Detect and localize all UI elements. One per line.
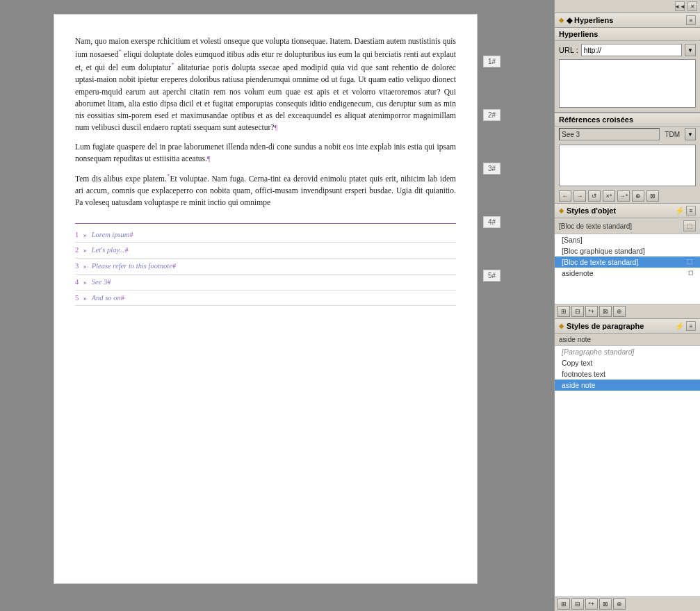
obj-styles-title: Styles d'objet [567, 206, 616, 215]
url-label: URL : [559, 46, 578, 54]
url-row: URL : ▼ [555, 41, 700, 59]
footnote-line-2: 2 » Let's play...# [75, 243, 456, 259]
cross-ref-input-row: TDM ▼ [555, 127, 700, 142]
footnote-marker-1[interactable]: * [118, 48, 122, 55]
obj-styles-title-group: ◆ Styles d'objet [559, 206, 616, 215]
panel-menu-button[interactable]: ✕ [687, 1, 697, 11]
para-styles-del-btn[interactable]: ⊠ [599, 598, 612, 610]
cross-ref-tdm-label: TDM [662, 131, 682, 138]
para-styles-menu-btn[interactable]: ≡ [686, 321, 696, 331]
footnote-marker-3[interactable]: * [167, 172, 170, 179]
para-styles-new-btn[interactable]: ⊞ [557, 598, 570, 610]
footnote-marker-2[interactable]: * [171, 61, 174, 68]
para-styles-lightning-icon: ⚡ [675, 322, 685, 331]
hyperlinks-section-title: Hyperliens [559, 30, 598, 38]
paragraph-2: Lum fugiate quaspere del in prae laborum… [75, 141, 456, 165]
line-number-3: 3# [483, 163, 500, 174]
footnote-num-5: 5 [75, 294, 79, 302]
main-area: Nam, quo maion exerspe rchicitium et vol… [0, 0, 554, 611]
url-input[interactable] [581, 44, 682, 56]
cross-ref-header: Références croisées [555, 113, 700, 127]
panel-top-controls: ◄◄ ✕ [555, 0, 700, 13]
obj-styles-menu-btn[interactable]: ≡ [686, 206, 696, 215]
obj-styles-diamond-icon: ◆ [559, 207, 564, 214]
hyperlinks-panel-title-group: ◆ ◆ Hyperliens [559, 16, 613, 25]
hyperlinks-section-title-bar: Hyperliens [555, 28, 700, 41]
para-styles-breadcrumb: aside note [555, 334, 700, 346]
footnote-text-4: See 3 [92, 278, 107, 286]
obj-style-icon-aside: ◻ [688, 269, 693, 276]
obj-styles-toolbar: ⊞ ⊟ *+ ⊠ ⊕ [555, 304, 700, 318]
obj-style-item-sans[interactable]: [Sans] [555, 234, 700, 245]
footnote-num-3: 3 [75, 262, 79, 270]
footnote-hash-5: # [121, 294, 124, 302]
hyperlinks-panel-header: ◆ ◆ Hyperliens ≡ [555, 13, 700, 28]
para-style-item-footnotes[interactable]: footnotes text [555, 368, 700, 380]
para-styles-dup-btn[interactable]: ⊟ [571, 598, 584, 610]
para-styles-more-btn[interactable]: ⊕ [613, 598, 626, 610]
hyperlinks-panel-title: ◆ Hyperliens [567, 16, 613, 25]
footnote-arrow-3: » [83, 262, 89, 270]
para-styles-panel: ◆ Styles de paragraphe ⚡ ≡ aside note [P… [555, 319, 700, 611]
hyperlinks-panel: ◆ ◆ Hyperliens ≡ Hyperliens URL : ▼ [555, 13, 700, 113]
obj-styles-dup-btn[interactable]: ⊟ [571, 306, 584, 317]
footnote-line-1: 1 » Lorem ipsum# [75, 227, 456, 243]
cross-ref-dropdown-button[interactable]: ▼ [685, 128, 696, 140]
cross-ref-plus-button[interactable]: ⊕ [632, 190, 644, 202]
cross-ref-forward-button[interactable]: → [573, 190, 586, 202]
para-style-item-standard[interactable]: [Paragraphe standard] [555, 346, 700, 357]
obj-styles-lightning-icon: ⚡ [675, 206, 685, 215]
cross-ref-close-button[interactable]: ⊠ [646, 190, 659, 202]
panel-collapse-button[interactable]: ◄◄ [675, 1, 685, 11]
obj-style-item-asidenote[interactable]: asidenote ◻ [555, 268, 700, 279]
obj-style-item-graphique[interactable]: [Bloc graphique standard] [555, 245, 700, 256]
footnote-num-1: 1 [75, 231, 79, 238]
line-number-1: 1# [483, 56, 500, 67]
cross-references-panel: Références croisées TDM ▼ ← → ↺ ×* →* ⊕ … [555, 113, 700, 204]
cross-ref-see-input[interactable] [559, 128, 660, 140]
line-number-2: 2# [483, 109, 500, 121]
footnote-hash-1: # [129, 231, 133, 238]
cross-ref-back-button[interactable]: ← [559, 190, 571, 202]
obj-styles-list: [Sans] [Bloc graphique standard] [Bloc d… [555, 234, 700, 304]
obj-styles-del-btn[interactable]: ⊠ [599, 306, 612, 317]
footnote-hash-3: # [172, 262, 176, 270]
obj-styles-controls: ⚡ ≡ [675, 206, 696, 215]
footnote-line-5: 5 » And so on# [75, 291, 456, 307]
footnote-text-5: And so on [92, 294, 121, 302]
footnote-text-1: Lorem ipsum [92, 231, 130, 238]
obj-styles-edit-btn[interactable]: *+ [585, 306, 598, 317]
para-styles-controls: ⚡ ≡ [675, 321, 696, 331]
cross-ref-content-area [559, 145, 696, 186]
para-styles-edit-btn[interactable]: *+ [585, 598, 598, 610]
obj-styles-breadcrumb-icon: ⬚ [683, 220, 696, 231]
cross-ref-refresh-button[interactable]: ↺ [588, 190, 601, 202]
obj-styles-header: ◆ Styles d'objet ⚡ ≡ [555, 204, 700, 218]
footnote-arrow-4: » [83, 278, 89, 286]
right-panel: ◄◄ ✕ ◆ ◆ Hyperliens ≡ Hyperliens URL : ▼ [554, 0, 700, 611]
page-content: Nam, quo maion exerspe rchicitium et vol… [75, 35, 456, 306]
footnote-section: 1 » Lorem ipsum# 2 » Let's play...# 3 » … [75, 223, 456, 307]
hyperlinks-panel-controls: ≡ [686, 15, 696, 25]
line-number-5: 5# [483, 270, 500, 282]
para-style-item-aside[interactable]: aside note [555, 380, 700, 391]
line-number-4: 4# [483, 216, 500, 228]
para-styles-header: ◆ Styles de paragraphe ⚡ ≡ [555, 319, 700, 334]
para-styles-title-group: ◆ Styles de paragraphe [559, 322, 644, 330]
cross-ref-link-button[interactable]: →* [617, 190, 630, 202]
para-style-item-copy[interactable]: Copy text [555, 357, 700, 368]
hyperlinks-menu-btn[interactable]: ≡ [686, 15, 696, 25]
paragraph-1: Nam, quo maion exerspe rchicitium et vol… [75, 35, 456, 134]
obj-styles-breadcrumb: [Bloc de texte standard] ⬚ [555, 218, 700, 234]
para-mark-2: ¶ [207, 155, 211, 163]
obj-styles-more-btn[interactable]: ⊕ [613, 306, 626, 317]
document-wrapper: Nam, quo maion exerspe rchicitium et vol… [54, 14, 500, 584]
footnote-text-2: Let's play... [92, 246, 125, 254]
footnote-arrow-2: » [83, 246, 89, 254]
obj-styles-new-btn[interactable]: ⊞ [557, 306, 570, 317]
cross-ref-asterisk-button[interactable]: ×* [603, 190, 615, 202]
url-dropdown-button[interactable]: ▼ [685, 44, 696, 56]
line-numbers-column: 1# 2# 3# 4# 5# [483, 14, 500, 282]
obj-style-item-texte[interactable]: [Bloc de texte standard] ⬚ [555, 256, 700, 268]
obj-style-icon-texte: ⬚ [687, 258, 693, 265]
